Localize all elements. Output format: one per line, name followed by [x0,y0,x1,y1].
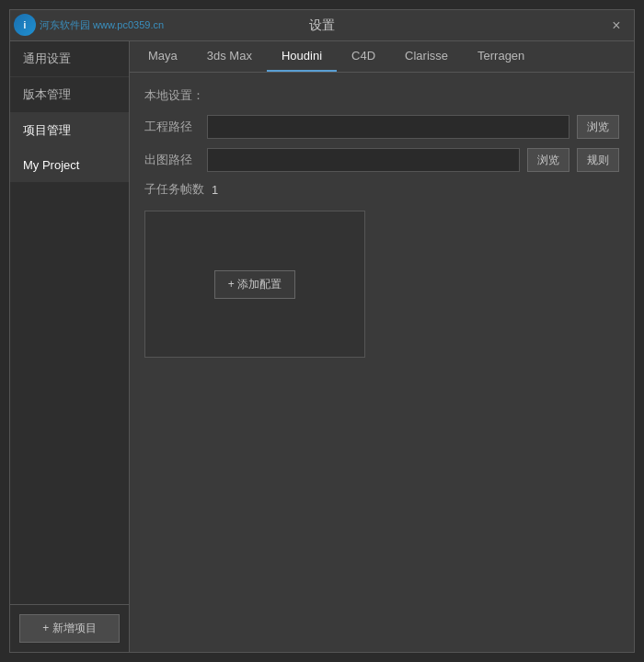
tab-c4d[interactable]: C4D [337,41,390,72]
section-title: 本地设置： [144,87,619,104]
subtask-value: 1 [212,183,218,197]
tab-terragen[interactable]: Terragen [463,41,539,72]
output-path-browse-button[interactable]: 浏览 [527,148,569,172]
add-project-button[interactable]: + 新增项目 [19,614,120,643]
tab-bar: Maya 3ds Max Houdini C4D Clarisse Terrag… [130,41,634,73]
window-title: 设置 [309,17,335,34]
output-path-rule-button[interactable]: 规则 [577,148,619,172]
output-path-input[interactable] [207,148,520,172]
settings-panel: 本地设置： 工程路径 浏览 出图路径 浏览 规则 子任务帧数 1 [130,73,634,652]
project-path-browse-button[interactable]: 浏览 [577,115,619,139]
subtask-row: 子任务帧数 1 [144,181,619,198]
sidebar-item-version[interactable]: 版本管理 [10,77,129,113]
sidebar: 通用设置 版本管理 项目管理 My Project + 新增项目 [10,41,130,652]
content-area: Maya 3ds Max Houdini C4D Clarisse Terrag… [130,41,634,652]
main-layout: 通用设置 版本管理 项目管理 My Project + 新增项目 Maya 3d… [10,41,634,652]
project-path-label: 工程路径 [144,119,200,135]
project-path-row: 工程路径 浏览 [144,115,619,139]
close-button[interactable]: × [608,17,625,34]
output-path-row: 出图路径 浏览 规则 [144,148,619,172]
tab-maya[interactable]: Maya [133,41,192,72]
sidebar-item-myproject[interactable]: My Project [10,149,129,182]
sidebar-footer: + 新增项目 [10,604,129,652]
tab-clarisse[interactable]: Clarisse [390,41,463,72]
output-path-label: 出图路径 [144,152,200,168]
sidebar-item-project[interactable]: 项目管理 [10,113,129,149]
tab-houdini[interactable]: Houdini [267,41,337,72]
sidebar-item-general[interactable]: 通用设置 [10,41,129,77]
config-box: + 添加配置 [144,211,365,358]
add-config-button[interactable]: + 添加配置 [214,270,295,299]
tab-3dsmax[interactable]: 3ds Max [192,41,267,72]
title-bar: 设置 × [10,10,634,41]
settings-window: i 河东软件园 www.pc0359.cn 设置 × 通用设置 版本管理 项目管… [9,9,635,653]
project-path-input[interactable] [207,115,569,139]
subtask-label: 子任务帧数 [144,181,204,198]
